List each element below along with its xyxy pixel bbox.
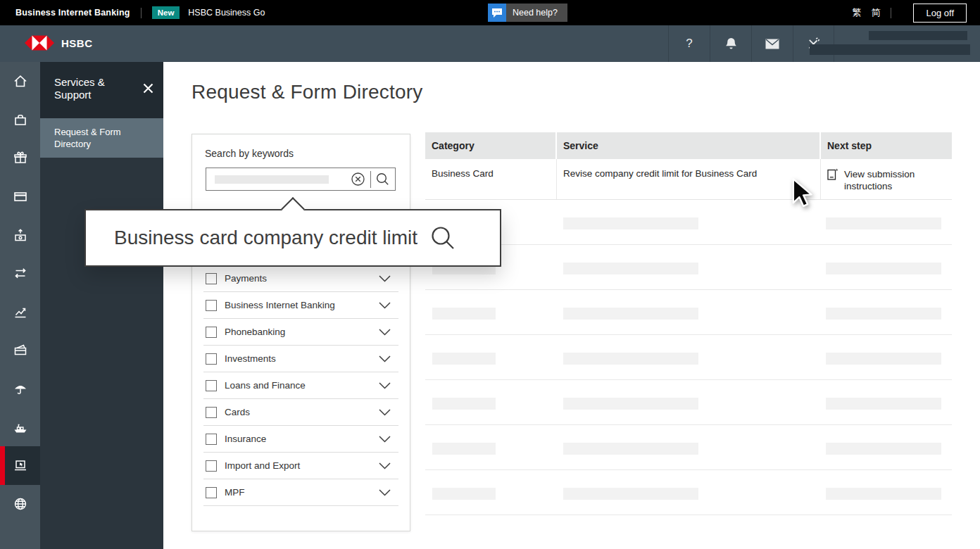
sidebar-item-global[interactable] [0,485,40,524]
filter-row-cards[interactable]: Cards [203,399,398,426]
skeleton-bar [563,353,698,365]
table-header-row: Category Service Next step [425,132,952,159]
skeleton-bar [563,263,698,274]
skeleton-bar [563,398,698,410]
filter-row-phonebanking[interactable]: Phonebanking [203,319,398,346]
sidebar-item-offers[interactable] [0,139,40,177]
skeleton-bar [826,398,941,410]
hsbc-logo[interactable]: HSBC [25,34,93,51]
globe-icon [13,496,28,512]
table-row-business-card[interactable]: Business Card Revise company credit limi… [425,159,952,200]
lang-traditional-chinese[interactable]: 繁 [852,6,861,19]
hsbc-hexagon-icon [25,34,54,51]
checkbox[interactable] [206,353,217,365]
sidebar-item-transfers[interactable] [0,254,40,293]
search-submit-icon[interactable] [376,172,389,186]
notifications-bell-icon[interactable] [710,25,751,62]
chevron-down-icon[interactable] [379,409,391,416]
checkbox[interactable] [206,460,217,472]
skeleton-row [425,200,952,245]
masked-account-name [869,31,967,40]
checkbox[interactable] [206,487,217,498]
checkbox[interactable] [206,327,217,338]
sidebar-item-digital-banking-active[interactable] [0,446,40,485]
link-hsbc-business-go[interactable]: HSBC Business Go [188,8,265,18]
checkbox[interactable] [206,407,217,418]
search-input[interactable] [206,168,396,191]
chevron-down-icon[interactable] [379,436,391,443]
filter-label: Import and Export [225,460,300,471]
filter-row-insurance[interactable]: Insurance [203,426,398,453]
chevron-down-icon[interactable] [379,382,391,389]
column-header-next-step: Next step [821,132,952,159]
skeleton-bar [563,488,698,500]
log-off-button[interactable]: Log off [913,4,967,23]
panel-header: Services & Support [40,62,163,118]
sidebar-item-home[interactable] [0,62,40,101]
skeleton-bar [432,353,496,365]
chevron-down-icon[interactable] [379,329,391,336]
filter-row-mpf[interactable]: MPF [203,479,398,506]
messages-envelope-icon[interactable] [751,25,793,62]
sidebar-item-cards[interactable] [0,177,40,216]
filter-row-investments[interactable]: Investments [203,346,398,372]
chevron-down-icon[interactable] [379,355,391,362]
need-help-button[interactable]: Need help? [488,4,567,22]
close-icon[interactable] [143,83,154,94]
next-step-label: View submission instructions [844,168,926,192]
sidebar-item-accounts[interactable] [0,331,40,370]
panel-item-label: Request & Form Directory [54,126,135,150]
services-support-panel: Services & Support Request & Form Direct… [40,62,163,549]
app-header: HSBC ? [0,25,980,62]
search-label: Search by keywords [205,148,294,159]
filter-label: Loans and Finance [225,380,306,391]
chevron-down-icon[interactable] [379,489,391,496]
checkbox[interactable] [206,434,217,445]
checkbox[interactable] [206,380,217,391]
chat-icon [488,4,506,22]
skeleton-bar [432,308,496,320]
sidebar-item-business[interactable] [0,101,40,139]
tools-icon[interactable] [793,25,834,62]
tooltip-text: Business card company credit limit [114,227,417,249]
skeleton-bar [826,353,941,365]
filter-label: Business Internet Banking [225,300,335,310]
gift-icon [13,150,28,165]
sidebar-item-trade[interactable] [0,408,40,446]
skeleton-bar [432,398,496,410]
filter-row-loans-and-finance[interactable]: Loans and Finance [203,372,398,399]
laptop-cursor-icon [13,458,28,473]
category-filter-list: Payments Business Internet Banking Phone… [192,265,410,506]
clear-search-icon[interactable] [351,172,365,186]
filter-row-business-internet-banking[interactable]: Business Internet Banking [203,292,398,319]
chevron-down-icon[interactable] [379,462,391,469]
help-icon[interactable]: ? [668,25,710,62]
tab-business-internet-banking[interactable]: Business Internet Banking [15,8,130,18]
skeleton-row [425,470,952,515]
hsbc-wordmark: HSBC [61,37,93,49]
column-header-category: Category [425,132,557,159]
search-filter-card: Search by keywords Payments Business Int… [191,134,410,531]
skeleton-bar [826,443,941,455]
lang-simplified-chinese[interactable]: 简 [871,6,880,19]
column-header-service: Service [557,132,821,159]
skeleton-bar [563,308,698,320]
filter-label: Investments [225,353,276,364]
chevron-down-icon[interactable] [379,302,391,309]
checkbox[interactable] [206,300,217,311]
filter-row-import-and-export[interactable]: Import and Export [203,453,398,479]
credit-card-icon [13,189,28,204]
skeleton-bar [563,443,698,455]
filter-label: Cards [225,407,250,417]
skeleton-row [425,335,952,380]
sidebar-item-insurance[interactable] [0,370,40,408]
checkbox[interactable] [206,273,217,284]
cell-category: Business Card [425,159,557,199]
view-submission-instructions-link[interactable]: View submission instructions [827,168,945,192]
chevron-down-icon[interactable] [379,275,391,282]
filter-row-payments[interactable]: Payments [203,265,398,292]
panel-item-request-form-directory[interactable]: Request & Form Directory [40,118,163,158]
sidebar-item-investments[interactable] [0,293,40,332]
sidebar-item-withdraw[interactable] [0,215,40,254]
divider [370,171,371,188]
